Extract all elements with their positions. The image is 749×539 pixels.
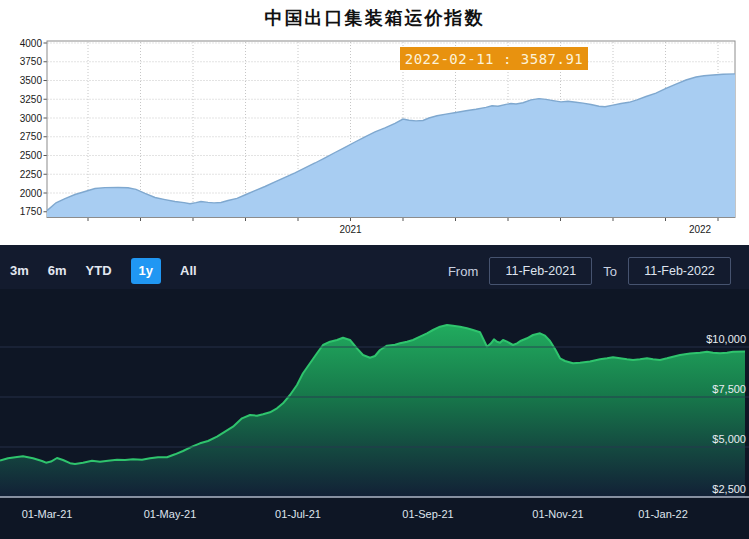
range-1y-button[interactable]: 1y — [131, 258, 161, 284]
y-axis-label: 3250 — [20, 94, 43, 105]
fbx-chart-panel: $10,000$7,500$5,000$2,50001-Mar-2101-May… — [0, 245, 749, 539]
y-axis-label: 2000 — [20, 188, 43, 199]
y-axis-label: 4000 — [20, 38, 43, 49]
to-date-input[interactable] — [628, 257, 731, 285]
x-axis-label: 01-Nov-21 — [532, 508, 583, 520]
y-axis-label: 3500 — [20, 75, 43, 86]
y-axis-label: $10,000 — [706, 333, 746, 345]
from-label: From — [448, 264, 478, 279]
y-axis-label: $5,000 — [712, 433, 746, 445]
x-axis-label: 2022 — [689, 224, 712, 235]
y-axis-label: 2500 — [20, 150, 43, 161]
tooltip-label: 2022-02-11 : 3587.91 — [405, 51, 584, 67]
to-label: To — [603, 264, 617, 279]
y-axis-label: 2750 — [20, 131, 43, 142]
y-axis-label: 3750 — [20, 56, 43, 67]
y-axis-label: 2250 — [20, 169, 43, 180]
ccfi-chart[interactable]: 4000375035003250300027502500225020001750… — [0, 0, 749, 245]
range-6m-button[interactable]: 6m — [48, 258, 67, 284]
range-selector: 3m 6m YTD 1y All — [10, 258, 197, 284]
y-axis-label: $2,500 — [712, 483, 746, 495]
screenshot-root: 中国出口集装箱运价指数 4000375035003250300027502500… — [0, 0, 749, 539]
range-toolbar: 3m 6m YTD 1y All From To — [10, 256, 731, 286]
from-date-input[interactable] — [489, 257, 592, 285]
range-ytd-button[interactable]: YTD — [86, 258, 112, 284]
x-axis-label: 01-Jan-22 — [638, 508, 688, 520]
date-range-controls: From To — [448, 257, 731, 285]
y-axis-label: $7,500 — [712, 383, 746, 395]
x-axis-label: 01-May-21 — [144, 508, 197, 520]
y-axis-label: 1750 — [20, 206, 43, 217]
y-axis-label: 3000 — [20, 113, 43, 124]
range-3m-button[interactable]: 3m — [10, 258, 29, 284]
x-axis-label: 01-Mar-21 — [22, 508, 73, 520]
fbx-chart[interactable]: $10,000$7,500$5,000$2,50001-Mar-2101-May… — [0, 245, 749, 539]
x-axis-label: 2021 — [339, 224, 362, 235]
x-axis-label: 01-Sep-21 — [402, 508, 453, 520]
x-axis-label: 01-Jul-21 — [275, 508, 321, 520]
range-all-button[interactable]: All — [180, 258, 197, 284]
ccfi-chart-panel: 中国出口集装箱运价指数 4000375035003250300027502500… — [0, 0, 749, 245]
